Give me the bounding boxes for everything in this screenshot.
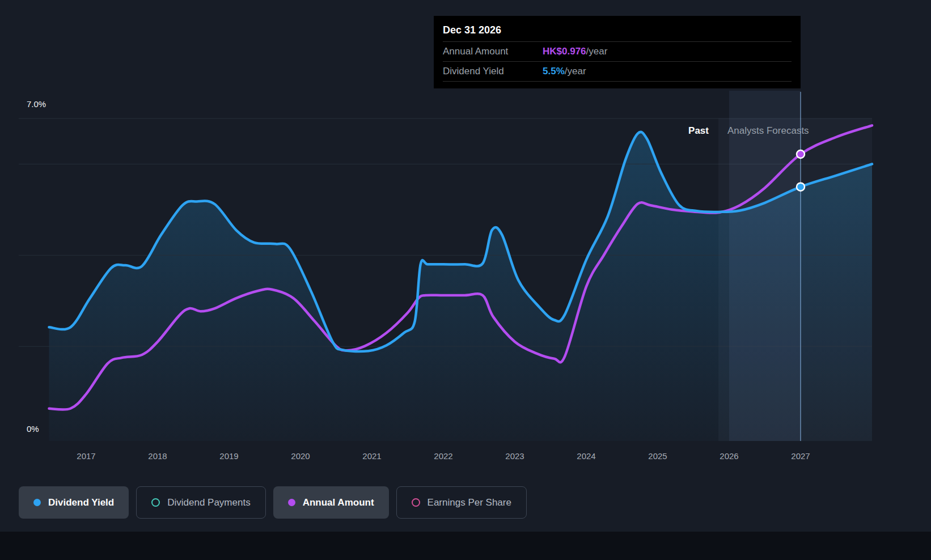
- tooltip-dividend-yield-label: Dividend Yield: [443, 66, 543, 77]
- x-axis-label-2025: 2025: [632, 451, 683, 461]
- y-axis-label-bottom: 0%: [27, 424, 39, 434]
- legend-label-earnings-per-share: Earnings Per Share: [428, 497, 511, 508]
- legend-label-dividend-yield: Dividend Yield: [48, 497, 114, 508]
- legend-chip-annual-amount[interactable]: Annual Amount: [273, 486, 389, 519]
- tooltip-date: Dec 31 2026: [434, 16, 801, 41]
- tooltip-dividend-yield-suffix: /year: [565, 66, 586, 77]
- x-axis-label-2026: 2026: [704, 451, 755, 461]
- legend-label-dividend-payments: Dividend Payments: [167, 497, 250, 508]
- forecast-region-label: Analysts Forecasts: [727, 125, 809, 137]
- dividend-payments-ring-icon: [151, 498, 160, 507]
- legend: Dividend Yield Dividend Payments Annual …: [19, 486, 527, 519]
- x-axis-label-2020: 2020: [275, 451, 326, 461]
- past-region-label: Past: [595, 125, 709, 137]
- x-axis-label-2018: 2018: [132, 451, 183, 461]
- x-axis-label-2021: 2021: [346, 451, 397, 461]
- x-axis-label-2024: 2024: [561, 451, 612, 461]
- x-axis-label-2022: 2022: [418, 451, 469, 461]
- y-axis-label-top: 7.0%: [27, 99, 46, 109]
- dividend-yield-dot-icon: [33, 499, 41, 506]
- tooltip-annual-amount-label: Annual Amount: [443, 46, 543, 57]
- tooltip-annual-amount-value: HK$0.976: [543, 46, 586, 57]
- chart-tooltip: Dec 31 2026 Annual Amount HK$0.976/year …: [434, 16, 801, 88]
- tooltip-dividend-yield-value-group: 5.5%/year: [543, 66, 586, 77]
- annual-amount-dot-icon: [288, 499, 295, 506]
- x-axis-label-2027: 2027: [775, 451, 826, 461]
- legend-label-annual-amount: Annual Amount: [303, 497, 374, 508]
- legend-chip-earnings-per-share[interactable]: Earnings Per Share: [396, 486, 527, 519]
- legend-chip-dividend-yield[interactable]: Dividend Yield: [19, 486, 129, 519]
- x-axis-label-2017: 2017: [61, 451, 112, 461]
- tooltip-annual-amount-value-group: HK$0.976/year: [543, 46, 607, 57]
- x-axis-label-2023: 2023: [489, 451, 540, 461]
- earnings-per-share-ring-icon: [412, 498, 420, 507]
- tooltip-bottom-divider: [443, 81, 792, 88]
- x-axis-label-2019: 2019: [204, 451, 255, 461]
- legend-chip-dividend-payments[interactable]: Dividend Payments: [136, 486, 265, 519]
- tooltip-annual-amount-suffix: /year: [586, 46, 608, 57]
- tooltip-row-dividend-yield: Dividend Yield 5.5%/year: [443, 61, 792, 81]
- bottom-strip: [0, 532, 931, 560]
- dividend-chart-page: 7.0% 0% Past Analysts Forecasts Dec 31 2…: [0, 0, 931, 560]
- tooltip-row-annual-amount: Annual Amount HK$0.976/year: [443, 41, 792, 61]
- tooltip-dividend-yield-value: 5.5%: [543, 66, 565, 77]
